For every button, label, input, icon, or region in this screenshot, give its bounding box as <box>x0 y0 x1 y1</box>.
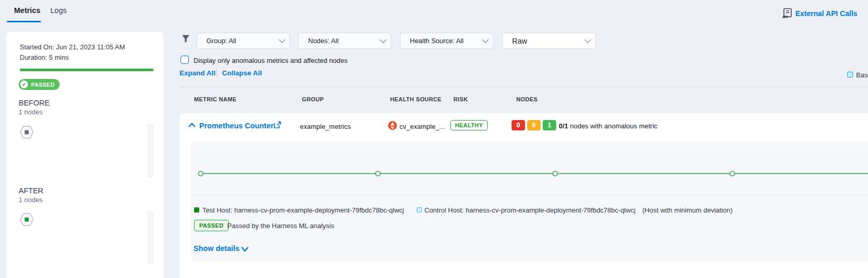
col-header-metric-name: METRIC NAME <box>194 96 237 102</box>
after-node-hexagon[interactable] <box>20 213 34 226</box>
verification-status-badge: ✓ PASSED <box>19 79 60 90</box>
after-section-label: AFTER <box>19 187 44 195</box>
test-host-legend-swatch <box>194 207 199 213</box>
metric-detail-panel: Test Host: harness-cv-prom-example-deplo… <box>191 142 868 261</box>
metric-name-link[interactable]: Prometheus Counter <box>199 122 273 130</box>
metric-row-card: Prometheus Counter example_metrics cv_ex… <box>180 113 868 278</box>
view-mode-value: Raw <box>512 37 527 45</box>
check-icon: ✓ <box>20 81 28 88</box>
show-details-link[interactable]: Show details <box>194 244 240 253</box>
tab-metrics[interactable]: Metrics <box>14 6 40 15</box>
risk-status-badge: HEALTHY <box>450 120 488 130</box>
nodes-summary-text: nodes with anomalous metric <box>570 122 657 130</box>
started-on-text: Started On: Jun 21, 2023 11:05 AM <box>20 43 125 51</box>
chart-data-point[interactable] <box>553 171 558 176</box>
collapse-all-link[interactable]: Collapse All <box>222 69 262 77</box>
baseline-legend-checkbox[interactable] <box>847 72 853 77</box>
duration-text: Duration: 5 mins <box>20 54 69 61</box>
verification-progress-bar <box>20 69 154 71</box>
tab-metrics-underline <box>7 21 41 22</box>
control-host-legend-note: (Host with minimum deviation) <box>642 206 733 214</box>
external-api-calls-label: External API Calls <box>795 9 857 18</box>
expand-all-link[interactable]: Expand All <box>180 69 215 77</box>
before-node-hexagon[interactable] <box>20 126 34 139</box>
before-section-label: BEFORE <box>19 99 50 107</box>
healthy-node-count-green: 1 <box>543 120 556 130</box>
metric-group-cell: example_metrics <box>300 123 351 130</box>
group-filter-dropdown[interactable]: Group: All <box>197 33 290 49</box>
health-source-filter-value: Health Source: All <box>410 37 463 45</box>
collapse-row-chevron-up-icon[interactable] <box>188 123 196 127</box>
tab-logs[interactable]: Logs <box>50 6 66 15</box>
table-header-divider <box>180 87 868 87</box>
after-node-count: 1 nodes <box>19 196 43 204</box>
status-separator <box>223 221 224 231</box>
col-header-health-source: HEALTH SOURCE <box>390 96 442 102</box>
health-source-cell: cv_example_... <box>399 123 445 130</box>
nodes-filter-dropdown[interactable]: Nodes: All <box>298 33 391 49</box>
nodes-summary: 0/1 nodes with anomalous metric <box>559 122 657 130</box>
show-details-chevron-down-icon[interactable] <box>241 247 249 252</box>
before-node-status-square <box>25 130 29 135</box>
health-source-filter-dropdown[interactable]: Health Source: All <box>400 33 493 49</box>
control-host-legend-label: Control Host: harness-cv-prom-example-de… <box>424 206 636 214</box>
external-link-icon[interactable] <box>273 121 281 129</box>
nodes-filter-value: Nodes: All <box>308 37 339 45</box>
chevron-down-icon <box>279 36 285 43</box>
chevron-down-icon <box>380 36 387 43</box>
after-node-status-square <box>25 218 29 222</box>
chart-baseline-divider <box>191 195 868 195</box>
col-header-nodes: NODES <box>516 96 538 102</box>
anomalous-node-count-red: 0 <box>512 120 525 130</box>
anomalous-only-checkbox[interactable] <box>181 56 189 64</box>
analysis-status-text: Passed by the Harness ML analysis <box>227 222 334 230</box>
after-scrollbar[interactable] <box>148 211 154 263</box>
group-filter-value: Group: All <box>206 37 236 45</box>
expand-collapse-separator: | <box>216 69 218 77</box>
col-header-risk: RISK <box>453 96 468 102</box>
col-header-group: GROUP <box>302 96 324 102</box>
chart-data-point[interactable] <box>730 171 735 176</box>
api-document-icon: API <box>782 8 792 19</box>
chevron-down-icon <box>584 36 591 43</box>
chart-data-point[interactable] <box>199 171 203 176</box>
warning-node-count-orange: 0 <box>527 120 541 130</box>
chevron-down-icon <box>482 36 489 43</box>
prometheus-icon <box>388 121 397 130</box>
chart-data-point[interactable] <box>376 171 380 176</box>
nodes-summary-ratio: 0/1 <box>559 122 568 130</box>
before-node-count: 1 nodes <box>19 108 43 116</box>
verification-metrics-page: Metrics Logs API External API Calls Star… <box>0 0 868 278</box>
anomalous-only-label: Display only anomalous metrics and affec… <box>194 57 348 64</box>
baseline-legend-label: Baseline <box>856 71 868 79</box>
test-host-legend-label: Test Host: harness-cv-prom-example-deplo… <box>202 206 404 214</box>
filter-icon[interactable] <box>182 34 190 43</box>
verification-summary-card: Started On: Jun 21, 2023 11:05 AM Durati… <box>6 32 163 278</box>
external-api-calls-button[interactable]: API External API Calls <box>782 8 857 19</box>
svg-text:API: API <box>782 15 788 19</box>
control-host-legend-swatch <box>417 207 422 213</box>
before-scrollbar[interactable] <box>148 124 154 177</box>
view-mode-dropdown[interactable]: Raw <box>502 33 596 49</box>
